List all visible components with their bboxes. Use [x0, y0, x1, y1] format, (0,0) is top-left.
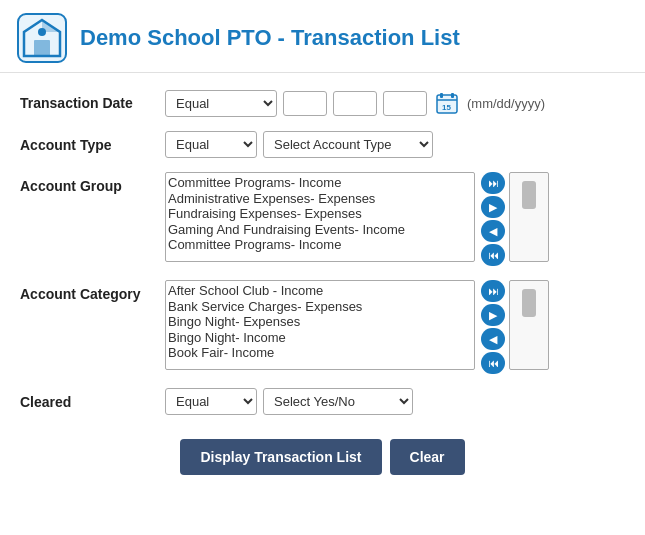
display-transaction-list-button[interactable]: Display Transaction List: [180, 439, 381, 475]
account-category-arrow-first[interactable]: ⏭: [481, 280, 505, 302]
cleared-controls: Equal Not Equal Select Yes/No Yes No: [165, 388, 413, 415]
account-group-arrows: ⏭ ▶ ◀ ⏮: [481, 172, 505, 266]
account-group-arrow-last[interactable]: ⏮: [481, 244, 505, 266]
account-group-arrow-first[interactable]: ⏭: [481, 172, 505, 194]
account-category-listbox[interactable]: After School Club - Income Bank Service …: [165, 280, 475, 370]
transaction-date-row: Transaction Date Equal Not Equal Less Th…: [20, 89, 625, 117]
account-group-label: Account Group: [20, 172, 165, 194]
cleared-condition[interactable]: Equal Not Equal: [165, 388, 257, 415]
svg-rect-3: [34, 40, 50, 56]
transaction-date-controls: Equal Not Equal Less Than Greater Than B…: [165, 89, 545, 117]
transaction-date-condition[interactable]: Equal Not Equal Less Than Greater Than B…: [165, 90, 277, 117]
account-category-arrow-next[interactable]: ▶: [481, 304, 505, 326]
page-title: Demo School PTO - Transaction List: [80, 25, 460, 51]
app-icon: [16, 12, 68, 64]
account-type-label: Account Type: [20, 137, 165, 153]
account-group-arrow-next[interactable]: ▶: [481, 196, 505, 218]
account-group-controls: Committee Programs- Income Administrativ…: [165, 172, 549, 266]
transaction-date-input3[interactable]: [383, 91, 427, 116]
account-category-arrow-prev[interactable]: ◀: [481, 328, 505, 350]
cleared-row: Cleared Equal Not Equal Select Yes/No Ye…: [20, 388, 625, 415]
svg-rect-4: [38, 28, 46, 36]
svg-rect-6: [440, 93, 443, 98]
account-type-row: Account Type Equal Not Equal Select Acco…: [20, 131, 625, 158]
cleared-label: Cleared: [20, 394, 165, 410]
account-category-arrows: ⏭ ▶ ◀ ⏮: [481, 280, 505, 374]
transaction-date-label: Transaction Date: [20, 95, 165, 111]
account-type-select[interactable]: Select Account Type Income Expense: [263, 131, 433, 158]
calendar-icon[interactable]: 15: [433, 89, 461, 117]
footer-buttons: Display Transaction List Clear: [20, 433, 625, 475]
account-category-right-list: [509, 280, 549, 370]
account-category-row: Account Category After School Club - Inc…: [20, 280, 625, 374]
date-format-label: (mm/dd/yyyy): [467, 96, 545, 111]
account-category-label: Account Category: [20, 280, 165, 302]
account-group-row: Account Group Committee Programs- Income…: [20, 172, 625, 266]
form-area: Transaction Date Equal Not Equal Less Th…: [0, 73, 645, 491]
account-category-arrow-last[interactable]: ⏮: [481, 352, 505, 374]
header: Demo School PTO - Transaction List: [0, 0, 645, 73]
account-category-controls: After School Club - Income Bank Service …: [165, 280, 549, 374]
account-type-controls: Equal Not Equal Select Account Type Inco…: [165, 131, 433, 158]
account-type-condition[interactable]: Equal Not Equal: [165, 131, 257, 158]
cleared-select[interactable]: Select Yes/No Yes No: [263, 388, 413, 415]
account-group-listbox[interactable]: Committee Programs- Income Administrativ…: [165, 172, 475, 262]
account-group-arrow-prev[interactable]: ◀: [481, 220, 505, 242]
clear-button[interactable]: Clear: [390, 439, 465, 475]
transaction-date-input2[interactable]: [333, 91, 377, 116]
svg-rect-7: [451, 93, 454, 98]
transaction-date-input1[interactable]: [283, 91, 327, 116]
svg-text:15: 15: [442, 103, 451, 112]
account-group-right-list: [509, 172, 549, 262]
